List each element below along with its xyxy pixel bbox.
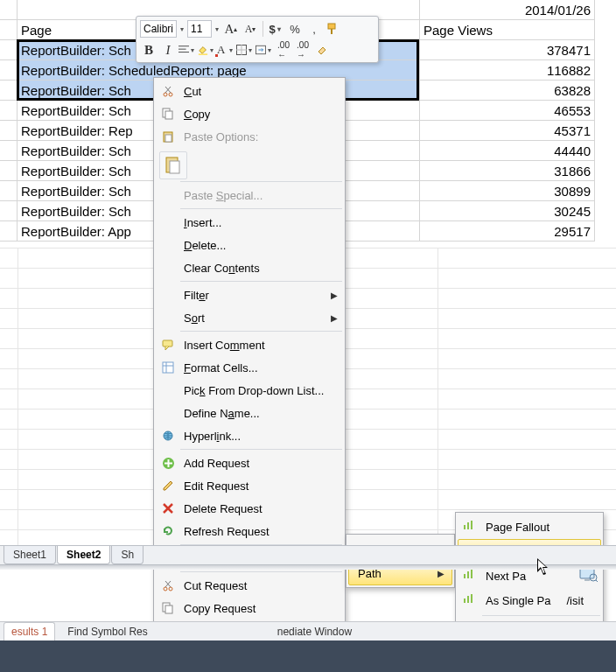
svg-rect-50 bbox=[471, 594, 472, 603]
row-header bbox=[0, 20, 18, 40]
menu-insert[interactable]: Insert... bbox=[154, 211, 345, 234]
size-dropdown-icon[interactable]: ▾ bbox=[214, 25, 220, 33]
menu-copy-request[interactable]: Copy Request bbox=[154, 597, 345, 620]
svg-rect-22 bbox=[163, 362, 173, 373]
panel-tab-results[interactable]: esults 1 bbox=[4, 622, 55, 641]
status-bar bbox=[0, 640, 616, 672]
cell-views[interactable]: 378471 bbox=[420, 40, 595, 60]
menu-paste-special: Paste Special... bbox=[154, 184, 345, 206]
pencil-icon bbox=[159, 477, 177, 494]
italic-button[interactable]: I bbox=[159, 41, 177, 59]
svg-rect-18 bbox=[165, 135, 172, 142]
submenu-page-fallout[interactable]: Page Fallout bbox=[456, 514, 603, 539]
borders-button[interactable]: ▾ bbox=[236, 41, 254, 59]
hyperlink-icon bbox=[159, 427, 177, 444]
align-button[interactable]: ▾ bbox=[178, 41, 196, 59]
menu-add-request[interactable]: Add Request bbox=[154, 452, 345, 474]
svg-rect-36 bbox=[467, 522, 469, 529]
cell-views[interactable]: 30899 bbox=[420, 181, 595, 201]
menu-copy[interactable]: Copy bbox=[154, 102, 345, 125]
format-cells-icon bbox=[159, 359, 177, 376]
sheet-tab[interactable]: Sh bbox=[111, 546, 144, 564]
svg-rect-42 bbox=[467, 571, 469, 578]
cell-views[interactable]: 116882 bbox=[420, 60, 595, 80]
menu-define-name[interactable]: Define Name... bbox=[154, 402, 345, 424]
comment-icon bbox=[159, 336, 177, 354]
format-painter-button[interactable] bbox=[325, 20, 342, 38]
bars-icon bbox=[463, 520, 479, 536]
panel-tab-find[interactable]: Find Symbol Res bbox=[60, 623, 154, 640]
menu-format-cells[interactable]: Format Cells... bbox=[154, 356, 345, 379]
svg-rect-35 bbox=[464, 525, 466, 529]
cell-views[interactable]: 30245 bbox=[420, 201, 595, 221]
svg-rect-34 bbox=[165, 606, 172, 613]
shrink-font-button[interactable]: A▾ bbox=[242, 20, 259, 38]
submenu-arrow-icon: ▶ bbox=[438, 569, 444, 578]
header-date: 2014/01/26 bbox=[420, 0, 595, 20]
menu-pick-list[interactable]: Pick From Drop-down List... bbox=[154, 379, 345, 402]
row-header bbox=[0, 0, 18, 20]
svg-rect-43 bbox=[471, 570, 472, 578]
menu-refresh-request[interactable]: Refresh Request bbox=[154, 520, 345, 542]
menu-paste-options: Paste Options: bbox=[154, 125, 345, 148]
percent-button[interactable]: % bbox=[286, 20, 304, 38]
copy-icon bbox=[159, 599, 177, 617]
currency-button[interactable]: $▾ bbox=[267, 20, 284, 38]
cell-views[interactable]: 45371 bbox=[420, 121, 595, 141]
paste-option-button[interactable] bbox=[159, 151, 187, 179]
svg-rect-37 bbox=[471, 521, 472, 529]
menu-sort[interactable]: Sort▶ bbox=[154, 306, 345, 329]
comma-button[interactable]: , bbox=[305, 20, 323, 38]
svg-rect-5 bbox=[199, 53, 207, 55]
cell-views[interactable]: 29517 bbox=[420, 221, 595, 242]
cell-views[interactable]: 46553 bbox=[420, 101, 595, 121]
svg-line-47 bbox=[596, 580, 598, 582]
bold-button[interactable]: B bbox=[140, 41, 158, 59]
svg-rect-20 bbox=[170, 161, 179, 173]
menu-clear-contents[interactable]: Clear Contents bbox=[154, 256, 345, 279]
col-header-views: Page Views bbox=[420, 20, 595, 40]
menu-hyperlink[interactable]: Hyperlink... bbox=[154, 424, 345, 447]
mini-toolbar: Calibri ▾ 11 ▾ A▴ A▾ $▾ % , B I ▾ ▾ A ▾ bbox=[136, 16, 379, 63]
cell-views[interactable]: 44440 bbox=[420, 141, 595, 161]
cell-views[interactable]: 31866 bbox=[420, 161, 595, 181]
menu-cut[interactable]: Cut bbox=[154, 80, 345, 102]
plus-icon bbox=[159, 454, 177, 472]
sheet-tabs: Sheet1 Sheet2 Sh bbox=[0, 545, 616, 564]
svg-point-11 bbox=[164, 93, 167, 96]
sheet-tab-active[interactable]: Sheet2 bbox=[57, 546, 110, 564]
refresh-icon bbox=[159, 522, 177, 540]
increase-decimal-button[interactable]: .00← bbox=[275, 41, 292, 59]
svg-rect-44 bbox=[580, 569, 594, 578]
panel-tab-immediate[interactable]: nediate Window bbox=[270, 623, 359, 640]
svg-rect-0 bbox=[328, 24, 335, 29]
submenu-single-page-visit[interactable]: As Single Pa /isit bbox=[456, 588, 603, 612]
sheet-tab[interactable]: Sheet1 bbox=[4, 546, 56, 564]
font-name-input[interactable]: Calibri bbox=[140, 20, 177, 38]
menu-delete-request[interactable]: Delete Request bbox=[154, 497, 345, 520]
scissors-icon bbox=[159, 82, 177, 100]
merge-button[interactable]: ▾ bbox=[256, 41, 273, 59]
scissors-icon bbox=[159, 577, 177, 594]
menu-filter[interactable]: Filter▶ bbox=[154, 284, 345, 306]
svg-rect-1 bbox=[331, 29, 332, 34]
svg-rect-49 bbox=[467, 596, 469, 603]
fill-color-button[interactable]: ▾ bbox=[198, 41, 215, 59]
menu-edit-request[interactable]: Edit Request bbox=[154, 474, 345, 497]
menu-delete[interactable]: Delete... bbox=[154, 234, 345, 256]
menu-insert-comment[interactable]: Insert Comment bbox=[154, 333, 345, 356]
svg-point-29 bbox=[164, 587, 167, 591]
font-color-button[interactable]: A ▾ bbox=[217, 41, 234, 59]
bars-icon bbox=[463, 569, 479, 584]
cell-views[interactable]: 63828 bbox=[420, 80, 595, 101]
svg-rect-45 bbox=[584, 579, 590, 581]
svg-rect-6 bbox=[215, 54, 218, 57]
decrease-decimal-button[interactable]: .00→ bbox=[294, 41, 312, 59]
eraser-button[interactable] bbox=[313, 41, 331, 59]
menu-cut-request[interactable]: Cut Request bbox=[154, 574, 345, 597]
delete-x-icon bbox=[159, 500, 177, 517]
grow-font-button[interactable]: A▴ bbox=[222, 20, 240, 38]
font-dropdown-icon[interactable]: ▾ bbox=[178, 25, 186, 33]
font-size-input[interactable]: 11 bbox=[187, 20, 212, 38]
submenu-arrow-icon: ▶ bbox=[331, 290, 338, 300]
